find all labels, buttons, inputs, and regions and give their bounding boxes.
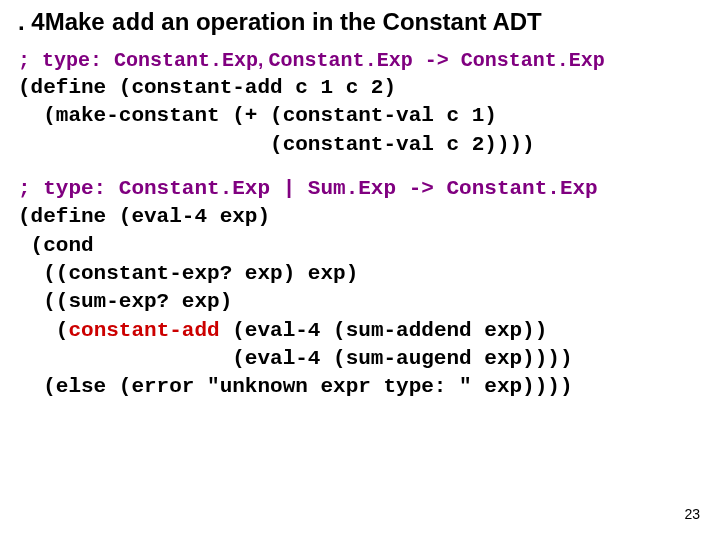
spacer: [18, 159, 702, 175]
title-add-keyword: add: [111, 10, 154, 37]
page-title: . 4Make add an operation in the Constant…: [18, 8, 702, 37]
title-prefix: . 4Make: [18, 8, 111, 35]
slide-container: . 4Make add an operation in the Constant…: [0, 0, 720, 402]
l5-constant-add: constant-add: [68, 319, 219, 342]
type1-comma: ,: [258, 49, 269, 70]
title-suffix: an operation in the Constant ADT: [155, 8, 542, 35]
code-block-1-line3: (constant-val c 2)))): [18, 131, 702, 159]
l5-rest: (eval-4 (sum-addend exp)): [220, 319, 548, 342]
code-block-2-line2: (cond: [18, 232, 702, 260]
code-block-1-line2: (make-constant (+ (constant-val c 1): [18, 102, 702, 130]
code-block-2-line7: (else (error "unknown expr type: " exp))…: [18, 373, 702, 401]
code-block-2-line3: ((constant-exp? exp) exp): [18, 260, 702, 288]
code-block-2-line1: (define (eval-4 exp): [18, 203, 702, 231]
type-comment-1: ; type: Constant.Exp, Constant.Exp -> Co…: [18, 47, 702, 74]
code-block-2-line5: (constant-add (eval-4 (sum-addend exp)): [18, 317, 702, 345]
type1-part-b: Constant.Exp -> Constant.Exp: [269, 49, 605, 72]
type1-part-a: ; type: Constant.Exp: [18, 49, 258, 72]
code-block-1-line1: (define (constant-add c 1 c 2): [18, 74, 702, 102]
code-block-2-line6: (eval-4 (sum-augend exp)))): [18, 345, 702, 373]
code-block-2-line4: ((sum-exp? exp): [18, 288, 702, 316]
l5-open: (: [18, 319, 68, 342]
type-comment-2: ; type: Constant.Exp | Sum.Exp -> Consta…: [18, 175, 702, 203]
page-number: 23: [684, 506, 700, 522]
